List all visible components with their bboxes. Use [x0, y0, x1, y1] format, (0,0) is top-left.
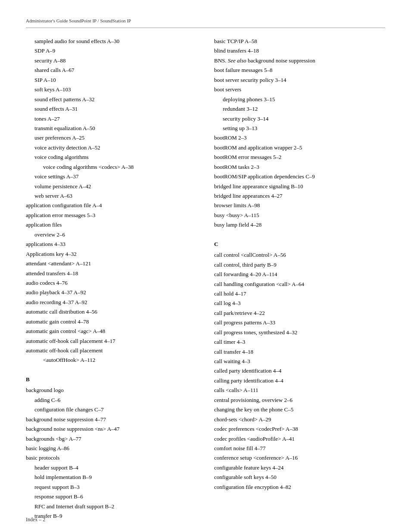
index-entry: calls <calls> A–111 — [214, 386, 385, 395]
index-entry: deploying phones 3–15 — [214, 95, 385, 104]
index-entry: conference setup <conference> A–16 — [214, 453, 385, 462]
index-entry: response support B–6 — [26, 492, 197, 501]
index-entry: changing the key on the phone C–5 — [214, 405, 385, 414]
index-entry: automatic call distribution 4–56 — [26, 307, 197, 316]
index-entry: voice activity detection A–52 — [26, 143, 197, 152]
index-entry: configuration file changes C–7 — [26, 405, 197, 414]
index-entry: user preferences A–25 — [26, 133, 197, 142]
index-entry: busy <busy> A–115 — [214, 211, 385, 220]
index-entry: attended transfers 4–18 — [26, 269, 197, 278]
index-entry: background logo — [26, 386, 197, 395]
header-title: Administrator's Guide SoundPoint IP / So… — [26, 18, 131, 23]
index-entry: call park/retrieve 4–22 — [214, 308, 385, 317]
index-entry: automatic gain control 4–78 — [26, 317, 197, 326]
index-entry: <autoOffHook> A–112 — [26, 355, 197, 364]
index-entry: codec profiles <audioProfile> A–41 — [214, 434, 385, 443]
index-entry: background noise suppression <ns> A–47 — [26, 424, 197, 433]
index-entry: transfer B–9 — [26, 511, 197, 520]
index-entry: overview 2–6 — [26, 230, 197, 239]
index-entry: soft keys A–103 — [26, 85, 197, 94]
spacer — [26, 365, 197, 369]
index-entry: application files — [26, 220, 197, 229]
section-heading: C — [214, 240, 385, 249]
footer-text: Index – 2 — [26, 516, 45, 523]
index-entry: audio playback 4–37 A–92 — [26, 288, 197, 297]
index-entry: web server A–63 — [26, 191, 197, 200]
section-heading: B — [26, 375, 197, 384]
page-header: Administrator's Guide SoundPoint IP / So… — [26, 17, 385, 28]
index-entry: audio recording 4–37 A–92 — [26, 298, 197, 307]
index-entry: chord-sets <chord> A–29 — [214, 415, 385, 424]
index-entry: sound effect patterns A–32 — [26, 95, 197, 104]
index-entry: Applications key 4–32 — [26, 249, 197, 258]
index-entry: redundant 3–12 — [214, 104, 385, 113]
index-entry: busy lamp field 4–28 — [214, 220, 385, 229]
index-entry: boot servers — [214, 85, 385, 94]
index-entry: call progress tones, synthesized 4–32 — [214, 328, 385, 337]
index-entry: voice coding algorithms — [26, 152, 197, 162]
page-footer: Index – 2 — [26, 516, 45, 523]
index-entry: calling party identification 4–4 — [214, 376, 385, 385]
index-entry: central provisioning, overview 2–6 — [214, 395, 385, 404]
index-entry: RFC and Internet draft support B–2 — [26, 502, 197, 511]
index-entry: call log 4–3 — [214, 299, 385, 308]
index-entry: attendant <attendant> A–121 — [26, 259, 197, 268]
index-entry: hold implementation B–9 — [26, 473, 197, 482]
index-entry: call control <callControl> A–56 — [214, 250, 385, 259]
index-entry: audio codecs 4–76 — [26, 278, 197, 287]
index-entry: adding C–6 — [26, 395, 197, 404]
index-entry: basic protocols — [26, 453, 197, 462]
right-column: basic TCP/IP A–58blind transfers 4–18BNS… — [214, 37, 385, 521]
index-entry: BNS. See also background noise suppressi… — [214, 56, 385, 65]
index-entry: comfort noise fill 4–77 — [214, 444, 385, 453]
index-entry: call progress patterns A–33 — [214, 318, 385, 327]
index-entry: call waiting 4–3 — [214, 357, 385, 366]
index-entry: call hold 4–17 — [214, 289, 385, 298]
index-entry: call timer 4–3 — [214, 337, 385, 346]
page: Administrator's Guide SoundPoint IP / So… — [0, 0, 411, 532]
index-entry: applications 4–33 — [26, 240, 197, 249]
left-column: sampled audio for sound effects A–30SDP … — [26, 37, 197, 521]
index-entry: SIP A–10 — [26, 75, 197, 84]
index-entry: volume persistence A–42 — [26, 182, 197, 191]
index-entry: backgrounds <bg> A–77 — [26, 434, 197, 443]
index-entry: configuration file encryption 4–82 — [214, 482, 385, 492]
index-entry: configurable soft keys 4–50 — [214, 473, 385, 482]
index-entry: bootROM tasks 2–3 — [214, 162, 385, 171]
index-entry: security policy 3–14 — [214, 114, 385, 123]
index-entry: sampled audio for sound effects A–30 — [26, 37, 197, 46]
index-entry: application error messages 5–3 — [26, 211, 197, 220]
index-entry: background noise suppression 4–77 — [26, 415, 197, 424]
index-entry: tones A–27 — [26, 114, 197, 123]
index-entry: bootROM and application wrapper 2–5 — [214, 143, 385, 152]
index-entry: SDP A–9 — [26, 46, 197, 55]
index-entry: basic logging A–86 — [26, 444, 197, 453]
index-entry: configurable feature keys 4–24 — [214, 463, 385, 472]
index-entry: boot server security policy 3–14 — [214, 75, 385, 84]
index-entry: bootROM error messages 5–2 — [214, 152, 385, 162]
index-entry: bridged line appearances 4–27 — [214, 191, 385, 200]
index-entry: automatic off-hook call placement — [26, 346, 197, 355]
index-entry: voice coding algorithms <codecs> A–38 — [26, 162, 197, 171]
index-entry: application configuration file A–4 — [26, 201, 197, 210]
index-entry: bridged line appearance signaling B–10 — [214, 182, 385, 191]
index-entry: sound effects A–31 — [26, 104, 197, 113]
index-entry: setting up 3–13 — [214, 124, 385, 133]
index-entry: boot failure messages 5–8 — [214, 65, 385, 75]
index-entry: call forwarding 4–20 A–114 — [214, 270, 385, 279]
index-entry: header support B–4 — [26, 463, 197, 472]
index-entry: request support B–3 — [26, 482, 197, 492]
index-entry: codec preferences <codecPref> A–38 — [214, 424, 385, 433]
index-entry: blind transfers 4–18 — [214, 46, 385, 55]
index-entry: basic TCP/IP A–58 — [214, 37, 385, 46]
index-entry: automatic gain control <agc> A–48 — [26, 327, 197, 336]
index-content: sampled audio for sound effects A–30SDP … — [26, 37, 385, 521]
index-entry: call control, third party B–9 — [214, 260, 385, 269]
index-entry: call transfer 4–18 — [214, 347, 385, 356]
index-entry: automatic off-hook call placement 4–17 — [26, 336, 197, 345]
index-entry: call handling configuration <call> A–64 — [214, 280, 385, 289]
index-entry: bootROM/SIP application dependencies C–9 — [214, 172, 385, 181]
spacer — [214, 230, 385, 233]
index-entry: transmit equalization A–50 — [26, 124, 197, 133]
index-entry: security A–88 — [26, 56, 197, 65]
